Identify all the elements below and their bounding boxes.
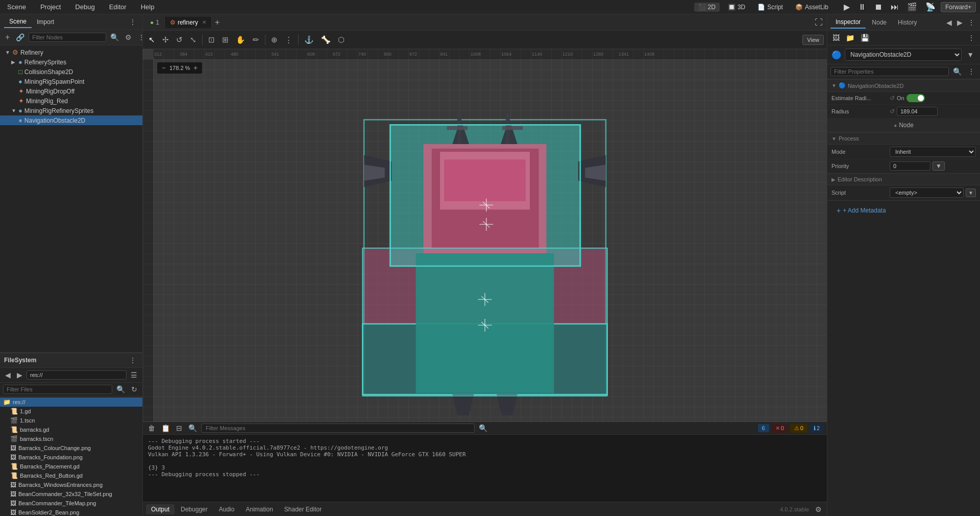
badge-info[interactable]: ℹ 2 [810,424,824,433]
inspector-menu-btn[interactable]: ⋮ [966,17,977,28]
debug-copy-btn[interactable]: 📋 [159,423,172,433]
priority-input[interactable] [890,161,930,171]
radius-input[interactable] [897,107,938,116]
viewport[interactable]: 312 384 415 480 541 608 672 740 800 872 … [143,49,827,421]
node-type-select[interactable]: NavigationObstacle2D [845,49,962,61]
settings-btn[interactable]: ⚙ [813,504,824,514]
script-arrow-btn[interactable]: ▼ [966,189,976,197]
add-node-btn[interactable]: + [3,32,12,43]
inspector-icon1[interactable]: 🖼 [830,33,842,43]
msg-filter-input[interactable] [201,424,475,433]
dropoff-eye[interactable]: 👁 [120,88,126,95]
remote-button[interactable]: 📡 [922,1,939,13]
tree-item-refinery-mining[interactable]: ▼ ● MiningRigRefinerySprites 👁 ▼ [0,106,142,115]
tool-pan[interactable]: ✋ [233,34,248,46]
tree-item-dropoff[interactable]: ▶ ✦ MiningRigDropOff 👁 🎬 👁 [0,86,142,96]
badge-alert[interactable]: ⚠ 0 [790,424,807,433]
forward-button[interactable]: Forward+ [941,2,976,12]
editor-tab-refinery[interactable]: ⚙ refinery ✕ [165,17,212,28]
fs-item-1gd[interactable]: 📜 1.gd [0,407,142,416]
debug-clear-btn[interactable]: 🗑 [146,423,157,433]
tool-more[interactable]: ⋮ [282,34,295,46]
fs-item-barracks-tscn[interactable]: 🎬 barracks.tscn [0,434,142,443]
inspector-back-btn[interactable]: ◀ [944,17,954,28]
tool-rotate[interactable]: ↺ [174,34,185,46]
tree-arrow-refinery-mining[interactable]: ▼ [11,108,17,113]
priority-decrement[interactable]: ▼ [933,161,945,171]
tool-snap[interactable]: ⊕ [268,34,280,46]
inspector-icon4[interactable]: ⋮ [966,33,977,43]
fs-item-barracks-colour[interactable]: 🖼 Barracks_ColourChange.png [0,443,142,453]
msg-search-btn[interactable]: 🔍 [477,423,489,433]
btn-2d[interactable]: ⬛ 2D [694,3,720,12]
node-type-arrow[interactable]: ▼ [965,50,976,60]
menu-help[interactable]: Help [138,2,158,12]
fs-item-barracks-red[interactable]: 📜 Barracks_Red_Button.gd [0,471,142,480]
tree-arrow-refinery[interactable]: ▼ [5,50,11,55]
tool-select[interactable]: ↖ [146,34,158,46]
scene-filter-group-btn[interactable]: ⚙ [123,32,134,42]
btn-assetlib[interactable]: 📦 AssetLib [791,3,832,12]
mining-red-eye[interactable]: 👁 [135,98,140,104]
scene-filter-input[interactable] [29,33,106,42]
fs-fwd-btn[interactable]: ▶ [15,370,24,380]
fs-item-barracks-gd[interactable]: 📜 barracks.gd [0,425,142,434]
spawn-eye[interactable]: 👁 [135,79,140,85]
tab-history[interactable]: History [893,17,922,28]
fs-refresh-btn[interactable]: ↻ [129,384,139,394]
tool-anchor[interactable]: ⚓ [302,34,316,46]
menu-scene[interactable]: Scene [4,2,29,12]
refinery-mining-v[interactable]: ▼ [135,108,140,114]
step-button[interactable]: ⏭ [888,2,902,13]
debug-search-btn[interactable]: 🔍 [186,423,199,433]
menu-project[interactable]: Project [37,2,64,12]
inspector-fwd-btn[interactable]: ▶ [955,17,965,28]
badge-warning[interactable]: 6 [758,424,769,432]
estimate-radius-reset[interactable]: ↺ [890,95,895,102]
tool-rect[interactable]: ⊡ [206,34,217,46]
refinery-mining-eye[interactable]: 👁 [128,108,134,114]
filter-props-input[interactable] [830,67,949,76]
fs-item-bean-bean[interactable]: 🖼 BeanSoldier2_Bean.png [0,508,142,516]
fs-filter-input[interactable] [3,385,112,394]
tab-scene[interactable]: Scene [4,16,32,28]
radius-reset-btn[interactable]: ↺ [890,108,895,115]
tab-shader-editor[interactable]: Shader Editor [279,504,327,514]
mode-select[interactable]: Inherit Pausable When Paused Always Disa… [890,147,976,157]
filter-props-menu[interactable]: ⋮ [966,66,977,77]
tree-item-collision[interactable]: ▶ □ CollisionShape2D 👁 [0,67,142,77]
fs-filter-btn[interactable]: 🔍 [114,384,127,394]
scene-filter-type-btn[interactable]: 🔍 [108,32,121,42]
tab-audio[interactable]: Audio [214,504,240,514]
debug-filter-btn[interactable]: ⊟ [174,423,184,433]
fs-item-bean-32[interactable]: 🖼 BeanCommander_32x32_TileSet.png [0,489,142,499]
menu-editor[interactable]: Editor [106,2,130,12]
stop-button[interactable]: ⏹ [871,2,886,13]
tab-import[interactable]: Import [32,16,59,28]
tree-item-spawnpoint[interactable]: ▶ ● MiningRigSpawnPoint 👁 [0,77,142,86]
inspector-icon3[interactable]: 💾 [859,33,871,43]
fs-item-1tscn[interactable]: 🎬 1.tscn [0,416,142,425]
tree-arrow-sprites[interactable]: ▶ [11,59,17,65]
view-btn[interactable]: View [802,35,824,45]
inspector-icon2[interactable]: 📁 [844,33,856,43]
fs-item-bean-tilemap[interactable]: 🖼 BeanCommander_TileMap.png [0,499,142,508]
fs-item-barracks-windows[interactable]: 🖼 Barracks_WindowsEntrances.png [0,480,142,489]
instance-btn[interactable]: 🔗 [14,32,27,42]
dropoff-script[interactable]: 👁 [135,88,140,95]
tab-inspector[interactable]: Inspector [830,16,866,29]
play-button[interactable]: ▶ [841,1,853,13]
expand-btn[interactable]: ⛶ [813,17,825,28]
movie-button[interactable]: 🎬 [904,1,920,13]
tree-action-eye[interactable]: 👁 [135,50,140,56]
btn-3d[interactable]: 🔲 3D [724,3,749,12]
tool-pencil[interactable]: ✏ [250,34,262,46]
tab-output[interactable]: Output [146,504,175,514]
scene-menu-btn[interactable]: ⋮ [127,17,138,27]
tree-item-mining-red[interactable]: ▶ ✦ MiningRig_Red 👁 [0,96,142,106]
tab-animation[interactable]: Animation [240,504,278,514]
tool-grid[interactable]: ⊞ [219,34,231,46]
dropoff-film[interactable]: 🎬 [127,88,134,95]
fs-item-barracks-foundation[interactable]: 🖼 Barracks_Foundation.png [0,453,142,462]
menu-debug[interactable]: Debug [72,2,97,12]
